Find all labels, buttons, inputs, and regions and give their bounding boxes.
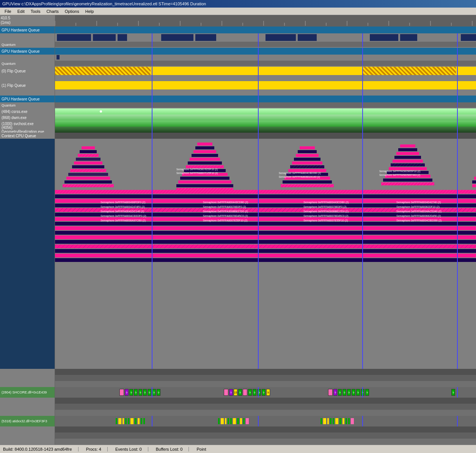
proc-geomrealization-content [55, 127, 476, 133]
svg-text:Semaphore 0xFFFFA5005897443 (2: Semaphore 0xFFFFA5005897443 (2) [379, 174, 420, 177]
thread-atidxx32-content [55, 416, 476, 426]
menu-tools[interactable]: Tools [28, 8, 44, 14]
svg-rect-95 [55, 190, 476, 194]
svg-rect-105 [55, 231, 476, 235]
sep-8-content [55, 433, 476, 439]
sep-8-label [0, 433, 55, 439]
svg-rect-57 [292, 161, 322, 165]
svg-rect-71 [394, 156, 421, 159]
svg-rect-62 [283, 180, 332, 183]
flip-queue-1-sub [0, 89, 476, 96]
proc-csrss: (484) csrss.exe [0, 108, 476, 114]
sep-5-content [55, 404, 476, 410]
semaphore-svg: Semaphore 0xFFFFA5007E55F10 (2) Semaphor… [55, 139, 476, 369]
svg-text:Semaphore 0xFFFFA80078D45C0 (2: Semaphore 0xFFFFA80078D45C0 (2) [203, 215, 248, 218]
svg-rect-31 [64, 180, 112, 183]
svg-text:Semaphore 0xFFFFA80078D45C0 (2: Semaphore 0xFFFFA80078D45C0 (2) [303, 215, 349, 218]
flip-queue-0-sub [0, 75, 476, 81]
svg-rect-36 [197, 143, 212, 146]
gpu-activity-2-content [55, 55, 476, 61]
sep-4-content [55, 398, 476, 404]
svg-rect-34 [70, 169, 106, 172]
title-text: GPUView c:\DXAppsProfileing\profiles\geo… [2, 2, 206, 6]
sep-7-content [55, 426, 476, 433]
svg-rect-39 [192, 154, 218, 157]
gpu-hw-queue-1-label: GPU Hardware Queue [0, 27, 55, 33]
svg-rect-68 [400, 144, 415, 147]
flip-queue-0-sub-content [55, 75, 476, 81]
svg-rect-23 [80, 150, 97, 153]
sep-9-content [55, 439, 476, 445]
menu-edit[interactable]: Edit [14, 8, 28, 14]
svg-text:Semaphore 0xFFFFA8007E55F10 (2: Semaphore 0xFFFFA8007E55F10 (2) [303, 219, 348, 222]
svg-rect-54 [298, 150, 317, 153]
status-build: Build: 8400.0.120518-1423 amd64fre [3, 447, 79, 451]
gpu-hw-queue-3-content [55, 96, 476, 102]
sep-2 [0, 375, 476, 381]
svg-rect-29 [68, 173, 108, 176]
svg-text:Semaphore 0xFFFFA800B324140 (2: Semaphore 0xFFFFA800B324140 (2) [279, 176, 320, 179]
svg-rect-45 [180, 177, 229, 180]
thread-shcore-content: 9 9 9 9 9 9 9 9 9 15 9 9 9 9 9 9 [55, 387, 476, 398]
svg-rect-56 [294, 158, 320, 161]
svg-rect-69 [398, 148, 417, 151]
flip-queue-0-content [55, 67, 476, 75]
svg-text:Semaphore 0xFFFFA80082DF10 (2): Semaphore 0xFFFFA80082DF10 (2) [396, 205, 440, 208]
svg-text:Semaphore 0xFFFFA8007C25F10 (2: Semaphore 0xFFFFA8007C25F10 (2) [176, 172, 218, 175]
quantum-2-content [55, 61, 476, 66]
gpu-hw-queue-1-header: GPU Hardware Queue [0, 27, 476, 33]
menu-help[interactable]: Help [82, 8, 97, 14]
svg-text:Semaphore 0xFFFFA800682D450 (2: Semaphore 0xFFFFA800682D450 (2) [396, 215, 441, 218]
svg-rect-79 [381, 182, 434, 185]
sep-7-label [0, 426, 55, 433]
menu-charts[interactable]: Charts [43, 8, 61, 14]
svg-rect-53 [300, 146, 315, 149]
svg-rect-77 [383, 179, 432, 182]
proc-dwm-label: (868) dwm.exe [0, 114, 55, 121]
sep-3-content [55, 381, 476, 387]
svg-rect-110 [55, 249, 476, 253]
sep-3-label [0, 381, 55, 387]
svg-rect-40 [190, 158, 220, 161]
gpu-hw-queue-1-content [55, 27, 476, 33]
thread-atidxx32-label: (5318) atidxx32.dll+0x3EF3F3 [0, 416, 55, 426]
svg-text:Semaphore 0xFFFFA80078E0F0 (2): Semaphore 0xFFFFA80078E0F0 (2) [303, 205, 347, 208]
svg-rect-26 [74, 161, 102, 165]
thread-atidxx32: (5318) atidxx32.dll+0x3EF3F3 [0, 416, 476, 426]
flip-queue-1-sub-content [55, 89, 476, 96]
quantum-3: Quantum [0, 102, 476, 108]
svg-text:Semaphore 0xFFFFA80042474F0 (2: Semaphore 0xFFFFA80042474F0 (2) [101, 205, 145, 208]
title-bar: GPUView c:\DXAppsProfileing\profiles\geo… [0, 0, 476, 8]
svg-text:Semaphore 0xFFFFA800443CDB0 (2: Semaphore 0xFFFFA800443CDB0 (2) [203, 201, 248, 204]
gpu-hw-queue-2-content [55, 48, 476, 55]
menu-options[interactable]: Options [62, 8, 82, 14]
svg-rect-25 [76, 158, 101, 161]
svg-text:Semaphore 0xFFFFA3041DC140 (2): Semaphore 0xFFFFA3041DC140 (2) [101, 210, 144, 213]
sep-5 [0, 404, 476, 410]
svg-rect-91 [474, 177, 476, 180]
proc-geomrealization: (4056) GeometryRealization.exe [0, 127, 476, 133]
svg-text:Semaphore 0xFFFFA3008BE27D0 (2: Semaphore 0xFFFFA3008BE27D0 (2) [303, 210, 349, 213]
svg-rect-37 [195, 146, 214, 149]
quantum-3-content [55, 102, 476, 108]
quantum-2: Quantum [0, 61, 476, 67]
context-cpu-queue-content [55, 133, 476, 139]
ruler-ticks [55, 15, 476, 26]
flip-queue-1-content [55, 81, 476, 89]
svg-text:Semaphore 0xFFFFA8004CBD390 (2: Semaphore 0xFFFFA8004CBD390 (2) [279, 172, 321, 175]
gpu-activity-2-label [0, 55, 55, 61]
svg-text:Semaphore 0xFFFFA5007E55F10 (2: Semaphore 0xFFFFA5007E55F10 (2) [176, 168, 218, 171]
sep-1 [0, 369, 476, 375]
menu-file[interactable]: File [2, 8, 14, 14]
quantum-1: Quantum [0, 42, 476, 48]
svg-rect-107 [55, 240, 476, 244]
svg-rect-41 [188, 161, 222, 165]
svg-text:Semaphore 0xFFFFA8004CEEDF0 (2: Semaphore 0xFFFFA8004CEEDF0 (2) [101, 215, 146, 218]
thread-shcore-label: (2804) SHCORE.dll+0x1E439 [0, 387, 55, 398]
svg-rect-22 [82, 146, 95, 149]
flip-queue-1: (1) Flip Queue [0, 81, 476, 89]
sep-9-label [0, 439, 55, 445]
sep-3 [0, 381, 476, 387]
sep-9 [0, 439, 476, 445]
svg-rect-111 [55, 254, 476, 257]
